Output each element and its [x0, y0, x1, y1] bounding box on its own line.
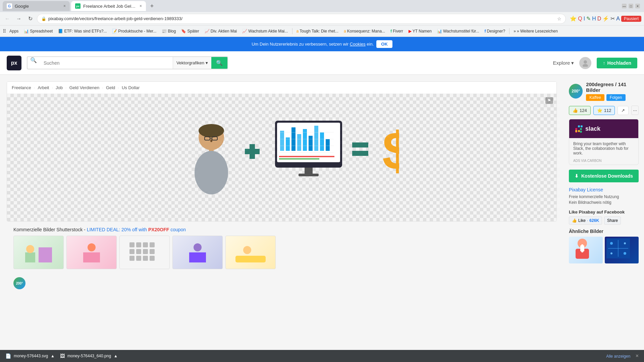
tag-freelance[interactable]: Freelance	[12, 85, 31, 90]
svg-rect-53	[235, 256, 266, 262]
bookmark-wachstum[interactable]: 📈 Wachstum Aktie Mai...	[240, 28, 290, 34]
bookmark-konsequenz[interactable]: a Konsequenz: Mana...	[342, 28, 387, 34]
svg-rect-44	[136, 249, 141, 254]
bookmark-apps[interactable]: Apps	[7, 28, 20, 34]
bookmark-icon[interactable]: ☆	[557, 16, 561, 21]
bookmark-div-aktien[interactable]: 📈 Div. Aktien Mai	[203, 28, 239, 34]
shutterstock-thumb-3[interactable]	[119, 236, 170, 269]
svg-point-70	[610, 242, 613, 245]
url-icons: ☆	[557, 16, 561, 21]
browser-tab-google[interactable]: G Google ×	[3, 1, 70, 11]
pixabay-logo[interactable]: px	[7, 56, 21, 70]
extension-icon-5[interactable]: H	[592, 16, 596, 22]
maximize-button[interactable]: □	[629, 4, 633, 8]
back-button[interactable]: ←	[3, 14, 12, 23]
bookmark-blog[interactable]: 📰 Blog	[160, 28, 178, 34]
similar-thumb-2[interactable]	[605, 237, 639, 263]
stars-button[interactable]: ⭐ 112	[593, 106, 615, 115]
image-display: ⚑	[7, 94, 556, 221]
svg-rect-34	[25, 252, 35, 262]
fb-share-button[interactable]: Share	[604, 217, 621, 225]
spreadsheet-icon: 📊	[24, 29, 29, 34]
bookmark-fiverr[interactable]: f Fiverr	[388, 28, 405, 34]
pixabay-tab-close[interactable]: ×	[140, 4, 142, 8]
svg-point-35	[26, 245, 34, 253]
author-avatar[interactable]: 200°	[569, 84, 583, 99]
url-bar[interactable]: 🔒 pixabay.com/de/vectors/freelance-arbei…	[37, 14, 566, 24]
fb-like-button[interactable]: 👍 Like · 626K	[569, 217, 602, 225]
bottom-avatar[interactable]: 200°	[13, 277, 25, 289]
likes-button[interactable]: 👍 124	[569, 106, 591, 115]
search-category-dropdown[interactable]: Vektorgrafiken ▾	[173, 57, 211, 69]
star-icon: ⭐	[597, 108, 602, 113]
svg-rect-66	[581, 244, 583, 252]
bookmark-later[interactable]: 🔖 Später	[179, 28, 201, 34]
svg-point-71	[624, 252, 626, 255]
google-tab-close[interactable]: ×	[63, 4, 66, 8]
search-button[interactable]: 🔍	[211, 57, 227, 69]
extension-icon-2[interactable]: Q	[578, 16, 582, 22]
search-input[interactable]	[40, 57, 173, 69]
new-tab-button[interactable]: +	[147, 1, 157, 11]
shutterstock-thumb-1[interactable]	[13, 236, 64, 269]
user-avatar[interactable]	[579, 57, 591, 69]
tag-geld[interactable]: Geld	[106, 85, 115, 90]
share-button[interactable]: ↗	[618, 106, 629, 115]
tag-us-dollar[interactable]: Us Dollar	[122, 85, 140, 90]
license-link[interactable]: Pixabay License	[569, 187, 639, 192]
download-button[interactable]: ⬇ Kostenlose Downloads	[569, 170, 639, 182]
svg-rect-27	[279, 156, 334, 157]
bottom-author-row: 200°	[7, 275, 557, 292]
svg-rect-59	[580, 128, 582, 130]
browser-tab-pixabay[interactable]: px Freelance Arbeit Job Geld-... ×	[71, 1, 146, 11]
pixabay-header: px 🔍 Vektorgrafiken ▾ 🔍 Explore ▾ ↑ Hoch…	[0, 51, 644, 75]
shutterstock-thumb-5[interactable]	[225, 236, 276, 269]
similar-thumb-1[interactable]	[569, 237, 603, 263]
svg-rect-62	[575, 130, 577, 132]
extension-icon-6[interactable]: D	[597, 16, 601, 22]
extension-icon-7[interactable]: ⚡	[602, 15, 609, 22]
bookmark-produktsuche[interactable]: 📝 Produktsuche - Mer...	[110, 28, 158, 34]
bookmark-spreadsheet[interactable]: 📊 Spreadsheet	[22, 28, 55, 34]
explore-button[interactable]: Explore ▾	[553, 60, 574, 66]
bookmark-wachstumstitel[interactable]: 📊 Wachstumstitel für...	[435, 28, 481, 34]
thumbs-up-icon: 👍	[573, 108, 578, 113]
cookie-ok-button[interactable]: OK	[376, 40, 392, 48]
flag-button[interactable]: ⚑	[545, 97, 553, 104]
browser-chrome: G Google × px Freelance Arbeit Job Geld-…	[0, 0, 644, 37]
tag-geld-verdienen[interactable]: Geld Verdienen	[69, 85, 100, 90]
svg-rect-20	[314, 126, 318, 151]
reload-button[interactable]: ↻	[25, 14, 35, 23]
tag-arbeit[interactable]: Arbeit	[38, 85, 49, 90]
image-container: Freelance · Arbeit · Job · Geld Verdiene…	[7, 81, 557, 222]
main-content: Freelance · Arbeit · Job · Geld Verdiene…	[0, 75, 644, 350]
shutterstock-deal-link[interactable]: LIMITED DEAL: 20% off with PX20OFF coupo…	[87, 227, 186, 232]
bookmark-toughtalk[interactable]: a Tough Talk: Die rhet...	[294, 28, 341, 34]
extension-icon-9[interactable]: A	[616, 16, 620, 22]
image-tags-row: Freelance · Arbeit · Job · Geld Verdiene…	[7, 82, 556, 94]
shutterstock-thumb-4[interactable]	[172, 236, 223, 269]
pause-button[interactable]: Pausiert	[621, 16, 641, 22]
extension-icon-4[interactable]: ✎	[586, 15, 591, 22]
bookmark-etf[interactable]: 📘 ETF: Was sind ETFs?...	[56, 28, 109, 34]
shutterstock-thumb-2[interactable]	[66, 236, 117, 269]
similar-title: Ähnliche Bilder	[569, 229, 639, 234]
extension-icon-8[interactable]: ✂	[610, 15, 615, 22]
bookmark-yt-namen[interactable]: ▶ YT Namen	[407, 28, 434, 34]
user-icon	[582, 59, 589, 67]
tag-job[interactable]: Job	[56, 85, 63, 90]
upload-button[interactable]: ↑ Hochladen	[597, 58, 637, 68]
minimize-button[interactable]: —	[622, 4, 627, 8]
bookmark-separator-2	[509, 28, 509, 34]
close-button[interactable]: ×	[635, 4, 640, 8]
extension-icon-1[interactable]: ⭐	[570, 15, 577, 22]
bookmark-more[interactable]: » » Weitere Lesezeichen	[512, 28, 560, 34]
folgen-button[interactable]: Folgen	[606, 94, 626, 101]
extension-icon-3[interactable]: I	[584, 16, 585, 22]
forward-button[interactable]: →	[14, 14, 23, 23]
svg-rect-15	[286, 137, 290, 151]
kaffee-button[interactable]: Kaffee	[586, 94, 604, 101]
share-more-button[interactable]: ···	[631, 106, 639, 115]
cookie-link[interactable]: Cookies	[350, 42, 366, 47]
bookmark-designer[interactable]: f Designer?	[483, 28, 507, 34]
